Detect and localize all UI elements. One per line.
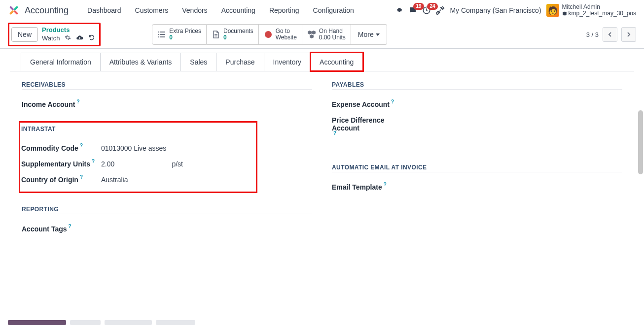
nav-accounting[interactable]: Accounting xyxy=(215,1,262,19)
gear-icon[interactable] xyxy=(65,34,71,43)
boxes-icon xyxy=(307,31,316,38)
nav-configuration[interactable]: Configuration xyxy=(306,1,361,19)
highlighted-breadcrumb-area: New Products Watch xyxy=(8,23,101,46)
svg-point-9 xyxy=(158,36,159,37)
breadcrumb-current: Watch xyxy=(42,34,60,42)
main-menu: Dashboard Customers Vendors Accounting R… xyxy=(80,1,361,19)
nav-right: 19 24 My Company (San Francisco) 🧑 Mitch… xyxy=(395,4,636,17)
svg-rect-10 xyxy=(160,32,165,32)
nav-reporting[interactable]: Reporting xyxy=(262,1,306,19)
section-reporting: REPORTING xyxy=(22,206,312,214)
app-logo[interactable] xyxy=(8,4,20,16)
breadcrumb-products[interactable]: Products xyxy=(42,26,95,34)
user-db: kmp_2_test_may_30_pos xyxy=(562,10,636,17)
field-country-of-origin[interactable]: Country of Origin? Australia xyxy=(21,172,252,188)
help-icon[interactable]: ? xyxy=(92,159,95,164)
breadcrumb: Products Watch xyxy=(42,26,95,43)
right-column: PAYABLES Expense Account? Price Differen… xyxy=(332,81,622,237)
field-price-difference-account[interactable]: Price Difference Account? xyxy=(332,112,622,141)
messages-icon[interactable]: 19 xyxy=(408,6,417,15)
svg-point-8 xyxy=(158,34,159,35)
stat-boxes: Extra Prices0 Documents0 Go toWebsite On… xyxy=(152,24,387,45)
svg-rect-12 xyxy=(160,36,165,37)
help-icon[interactable]: ? xyxy=(333,130,336,136)
tab-sales[interactable]: Sales xyxy=(181,53,216,71)
new-button[interactable]: New xyxy=(11,27,38,42)
stat-documents[interactable]: Documents0 xyxy=(207,24,259,45)
svg-point-7 xyxy=(158,32,159,32)
field-commodity-code[interactable]: Commodity Code? 01013000 Live asses xyxy=(21,140,252,156)
document-icon xyxy=(212,31,220,38)
avatar: 🧑 xyxy=(546,4,559,17)
svg-rect-3 xyxy=(13,10,18,15)
stat-goto-website[interactable]: Go toWebsite xyxy=(259,24,302,45)
stat-on-hand[interactable]: On Hand0.00 Units xyxy=(302,24,351,45)
field-supplementary-units[interactable]: Supplementary Units? 2.00 p/st xyxy=(21,156,252,172)
help-icon[interactable]: ? xyxy=(384,182,387,187)
field-income-account[interactable]: Income Account? xyxy=(22,97,312,112)
help-icon[interactable]: ? xyxy=(76,99,79,104)
pager-prev[interactable] xyxy=(603,27,617,42)
stat-extra-prices[interactable]: Extra Prices0 xyxy=(152,24,207,45)
help-icon[interactable]: ? xyxy=(69,224,72,229)
help-icon[interactable]: ? xyxy=(80,174,83,180)
svg-rect-1 xyxy=(9,10,14,15)
section-auto-email: AUTOMATIC EMAIL AT INVOICE xyxy=(332,164,622,172)
pager-text[interactable]: 3 / 3 xyxy=(586,31,599,38)
control-bar: New Products Watch Extra Prices0 Documen… xyxy=(0,21,644,48)
more-button[interactable]: More xyxy=(351,24,387,45)
bottom-placeholders xyxy=(8,320,195,325)
form-content: General Information Attributes & Variant… xyxy=(0,53,644,237)
left-column: RECEIVABLES Income Account? INTRASTAT Co… xyxy=(22,81,312,237)
top-nav: Accounting Dashboard Customers Vendors A… xyxy=(0,0,644,21)
tab-general-information[interactable]: General Information xyxy=(21,53,101,71)
section-receivables: RECEIVABLES xyxy=(22,81,312,90)
cloud-upload-icon[interactable] xyxy=(76,34,83,43)
tab-attributes-variants[interactable]: Attributes & Variants xyxy=(101,53,181,71)
svg-rect-0 xyxy=(13,6,18,11)
svg-point-4 xyxy=(398,8,401,11)
debug-icon[interactable] xyxy=(395,6,403,14)
globe-icon xyxy=(264,31,273,38)
section-intrastat: INTRASTAT xyxy=(21,126,252,133)
help-icon[interactable]: ? xyxy=(80,143,83,148)
pager: 3 / 3 xyxy=(586,27,636,42)
svg-rect-2 xyxy=(9,6,14,11)
nav-dashboard[interactable]: Dashboard xyxy=(80,1,128,19)
scrollbar[interactable] xyxy=(637,51,644,315)
svg-point-13 xyxy=(265,31,272,38)
activities-icon[interactable]: 24 xyxy=(422,6,431,15)
list-icon xyxy=(157,31,166,38)
scrollbar-thumb[interactable] xyxy=(638,110,643,174)
company-selector[interactable]: My Company (San Francisco) xyxy=(450,6,541,14)
undo-icon[interactable] xyxy=(88,34,95,43)
nav-customers[interactable]: Customers xyxy=(128,1,176,19)
tab-purchase[interactable]: Purchase xyxy=(216,53,264,71)
app-title[interactable]: Accounting xyxy=(25,5,69,16)
highlighted-intrastat-area: INTRASTAT Commodity Code? 01013000 Live … xyxy=(19,121,257,193)
user-menu[interactable]: 🧑 Mitchell Admin kmp_2_test_may_30_pos xyxy=(546,4,636,17)
tab-inventory[interactable]: Inventory xyxy=(264,53,311,71)
field-expense-account[interactable]: Expense Account? xyxy=(332,97,622,112)
svg-rect-11 xyxy=(160,34,165,35)
tab-accounting[interactable]: Accounting xyxy=(311,53,363,71)
pager-next[interactable] xyxy=(621,27,636,42)
field-email-template[interactable]: Email Template? xyxy=(332,179,622,195)
tools-icon[interactable] xyxy=(436,6,445,15)
nav-vendors[interactable]: Vendors xyxy=(175,1,214,19)
help-icon[interactable]: ? xyxy=(391,99,394,104)
section-payables: PAYABLES xyxy=(332,81,622,90)
tabs: General Information Attributes & Variant… xyxy=(21,53,634,71)
field-account-tags[interactable]: Account Tags? xyxy=(22,221,312,237)
caret-down-icon xyxy=(376,32,380,36)
